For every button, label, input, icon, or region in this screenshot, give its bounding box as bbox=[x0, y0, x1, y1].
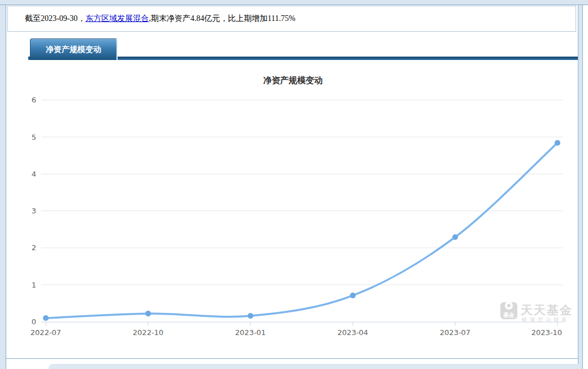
data-point-marker bbox=[43, 315, 49, 321]
fund-asset-page: 截至2023-09-30，东方区域发展混合,期末净资产4.84亿元，比上期增加1… bbox=[0, 0, 588, 369]
fund-name-link[interactable]: 东方区域发展混合 bbox=[85, 14, 149, 24]
content-container: 截至2023-09-30，东方区域发展混合,期末净资产4.84亿元，比上期增加1… bbox=[6, 5, 578, 369]
data-point-marker bbox=[452, 234, 458, 240]
tab-net-asset-change[interactable]: 净资产规模变动 bbox=[30, 38, 118, 60]
chart-title: 净资产规模变动 bbox=[263, 75, 323, 85]
x-axis-tick-label: 2022-10 bbox=[133, 328, 163, 337]
y-axis-tick-label: 3 bbox=[32, 207, 36, 215]
watermark-logo-text: 基金 bbox=[503, 312, 514, 318]
x-axis-tick-label: 2023-10 bbox=[531, 328, 562, 337]
y-axis-tick-label: 5 bbox=[32, 133, 36, 141]
right-scrollbar[interactable] bbox=[578, 5, 583, 369]
net-asset-chart: 净资产规模变动01234562022-072022-102023-012023-… bbox=[6, 60, 578, 358]
y-axis-tick-label: 2 bbox=[32, 243, 36, 252]
x-axis-tick-label: 2023-01 bbox=[235, 328, 266, 337]
summary-suffix-text: ,期末净资产4.84亿元，比上期增加111.75% bbox=[149, 14, 295, 24]
data-point-marker bbox=[350, 293, 356, 298]
data-point-marker bbox=[555, 140, 560, 145]
page-background-left bbox=[0, 5, 6, 369]
summary-prefix-text: 截至2023-09-30， bbox=[25, 14, 85, 24]
y-axis-tick-label: 0 bbox=[32, 317, 36, 326]
watermark: 基金天天基金链接您与财富 bbox=[500, 302, 573, 323]
page-background-top bbox=[0, 0, 588, 5]
tab-label: 净资产规模变动 bbox=[46, 45, 101, 55]
watermark-brand-text: 天天基金 bbox=[520, 303, 573, 317]
chart-svg: 净资产规模变动01234562022-072022-102023-012023-… bbox=[6, 60, 578, 358]
chart-bottom-border bbox=[6, 358, 578, 359]
data-point-marker bbox=[145, 311, 151, 316]
data-point-marker bbox=[248, 313, 253, 319]
y-axis-tick-label: 6 bbox=[32, 96, 36, 104]
x-axis-tick-label: 2022-07 bbox=[31, 328, 61, 337]
summary-info-bar: 截至2023-09-30，东方区域发展混合,期末净资产4.84亿元，比上期增加1… bbox=[7, 6, 576, 32]
net-asset-line-series bbox=[46, 143, 557, 318]
watermark-slogan-text: 链接您与财富 bbox=[521, 316, 569, 323]
next-section-header bbox=[49, 364, 581, 369]
x-axis-tick-label: 2023-07 bbox=[440, 328, 470, 337]
watermark-logo-coin-dot bbox=[507, 304, 511, 307]
y-axis-tick-label: 4 bbox=[32, 170, 36, 178]
x-axis-tick-label: 2023-04 bbox=[338, 328, 368, 337]
y-axis-tick-label: 1 bbox=[32, 281, 36, 289]
